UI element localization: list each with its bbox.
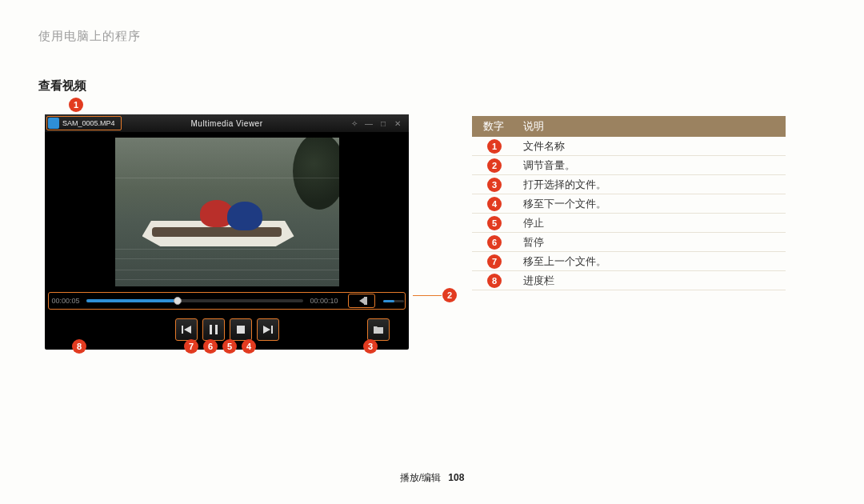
header-desc: 说明 <box>517 119 786 134</box>
table-row: 5 停止 <box>472 214 786 233</box>
speaker-icon <box>359 298 364 304</box>
table-row: 3 打开选择的文件。 <box>472 175 786 194</box>
callout-badge-1: 1 <box>69 98 83 112</box>
pin-icon[interactable]: ✧ <box>350 118 359 128</box>
open-file-button[interactable] <box>367 318 390 341</box>
table-row: 8 进度栏 <box>472 271 786 290</box>
table-row: 4 移至下一个文件。 <box>472 194 786 214</box>
row-desc: 暂停 <box>517 235 786 250</box>
row-badge: 4 <box>487 197 502 211</box>
seek-thumb[interactable] <box>174 297 182 305</box>
breadcrumb: 使用电脑上的程序 <box>38 29 141 44</box>
svg-rect-2 <box>210 325 212 334</box>
row-badge: 7 <box>487 254 502 269</box>
stop-button[interactable] <box>230 318 252 341</box>
table-row: 2 调节音量。 <box>472 156 786 175</box>
row-desc: 移至下一个文件。 <box>517 197 786 211</box>
next-button[interactable] <box>257 318 279 341</box>
callout-badge-7: 7 <box>184 339 198 354</box>
callout-badge-6: 6 <box>203 339 218 354</box>
row-desc: 调节音量。 <box>517 158 786 173</box>
row-badge: 6 <box>487 235 502 250</box>
svg-marker-5 <box>263 326 270 334</box>
row-badge: 8 <box>487 274 502 288</box>
svg-rect-4 <box>237 326 245 334</box>
maximize-icon[interactable]: □ <box>378 118 388 128</box>
video-thumbnail <box>115 138 339 286</box>
callout-badge-2: 2 <box>442 288 457 302</box>
svg-rect-0 <box>182 326 183 334</box>
pause-button[interactable] <box>202 318 225 341</box>
video-area[interactable] <box>45 132 409 292</box>
description-table: 数字 说明 1 文件名称 2 调节音量。 3 打开选择的文件。 4 移至下一个文… <box>472 116 786 290</box>
row-badge: 5 <box>487 216 502 230</box>
row-desc: 打开选择的文件。 <box>517 178 786 192</box>
table-header: 数字 说明 <box>472 116 786 137</box>
close-icon[interactable]: ✕ <box>393 118 402 128</box>
prev-button[interactable] <box>175 318 198 341</box>
row-badge: 3 <box>487 178 502 192</box>
seek-track[interactable] <box>86 299 303 302</box>
table-row: 6 暂停 <box>472 233 786 252</box>
filename-label: SAM_0005.MP4 <box>62 119 115 127</box>
row-desc: 停止 <box>517 216 786 230</box>
callout-badge-8: 8 <box>72 339 86 354</box>
callout-badge-5: 5 <box>222 339 237 354</box>
time-current: 00:00:05 <box>50 297 82 305</box>
svg-rect-6 <box>271 326 273 334</box>
minimize-icon[interactable]: — <box>364 118 374 128</box>
time-total: 00:00:10 <box>308 297 340 305</box>
window-title: Multimedia Viewer <box>190 119 262 128</box>
titlebar: SAM_0005.MP4 Multimedia Viewer ✧ — □ ✕ <box>45 114 409 132</box>
multimedia-viewer-window: SAM_0005.MP4 Multimedia Viewer ✧ — □ ✕ 0… <box>45 114 409 350</box>
progress-bar-row: 00:00:05 00:00:10 <box>50 292 404 310</box>
callout-badge-4: 4 <box>242 339 256 354</box>
section-title: 查看视频 <box>38 78 86 94</box>
svg-marker-1 <box>184 326 191 334</box>
table-row: 1 文件名称 <box>472 137 786 156</box>
callout-badge-3: 3 <box>363 339 378 354</box>
row-badge: 2 <box>487 158 502 173</box>
row-badge: 1 <box>487 139 502 154</box>
window-controls: ✧ — □ ✕ <box>350 118 402 128</box>
footer-page: 108 <box>448 472 464 483</box>
volume-control[interactable] <box>348 294 375 308</box>
footer-section: 播放/编辑 <box>400 472 441 483</box>
row-desc: 移至上一个文件。 <box>517 254 786 269</box>
volume-track[interactable] <box>383 300 404 302</box>
row-desc: 进度栏 <box>517 274 786 288</box>
callout-line-2 <box>413 295 442 296</box>
table-row: 7 移至上一个文件。 <box>472 252 786 271</box>
row-desc: 文件名称 <box>517 139 786 154</box>
page-footer: 播放/编辑 108 <box>0 471 864 485</box>
header-number: 数字 <box>472 119 517 134</box>
svg-rect-3 <box>215 325 218 334</box>
app-icon <box>48 118 59 129</box>
